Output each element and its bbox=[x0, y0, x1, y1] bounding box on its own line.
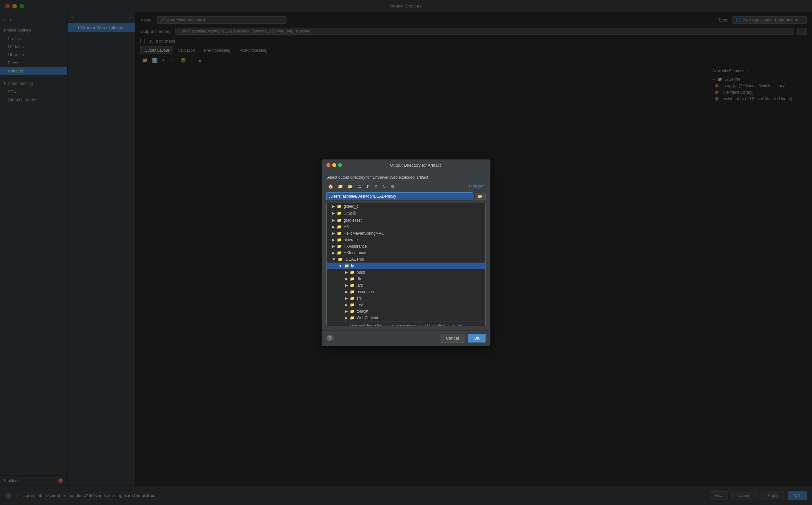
modal-ok-button[interactable]: OK bbox=[468, 334, 486, 343]
tree-arrow: ▶ bbox=[329, 250, 335, 255]
modal-titlebar: Output Directory for Artifact bbox=[322, 160, 490, 171]
tree-arrow: ▶ bbox=[329, 283, 348, 288]
tree-label: HkAssurance bbox=[344, 244, 367, 248]
folder-icon: 📁 bbox=[337, 231, 342, 235]
folder-icon: 📁 bbox=[338, 257, 343, 262]
folder-icon: 📁 bbox=[350, 309, 355, 314]
tree-arrow: ▼ bbox=[329, 264, 342, 268]
tree-arrow: ▶ bbox=[329, 309, 348, 314]
modal-path-row: 📂 bbox=[326, 192, 486, 200]
folder-icon: 📁 bbox=[337, 204, 342, 209]
tree-item-h5[interactable]: ▶ 📁 H5 bbox=[327, 223, 485, 230]
modal-maximize-button[interactable] bbox=[338, 163, 342, 167]
tree-label: ly bbox=[351, 264, 354, 268]
tree-label: resources bbox=[357, 290, 374, 294]
modal-tree[interactable]: ▶ 📁 giteed_c ▶ 📁 Git速查 ▶ 📁 gradleTest ▶ … bbox=[326, 203, 486, 326]
tree-item-ly[interactable]: ▼ 📁 ly bbox=[327, 263, 485, 269]
tree-arrow: ▶ bbox=[329, 296, 348, 301]
tree-item-hkinsurance[interactable]: ▶ 📁 HKInsurance bbox=[327, 249, 485, 256]
tree-label: jars bbox=[357, 283, 363, 288]
tree-label: HKInsurance bbox=[344, 250, 366, 255]
modal-delete-btn[interactable]: ✕ bbox=[372, 183, 379, 190]
tree-label: db bbox=[357, 277, 361, 281]
modal-minimize-button[interactable] bbox=[332, 163, 336, 167]
tree-arrow: ▶ bbox=[329, 316, 348, 320]
tree-arrow: ▶ bbox=[329, 224, 335, 229]
modal-refresh-btn[interactable]: ↻ bbox=[381, 183, 387, 190]
folder-icon: 📁 bbox=[350, 303, 355, 307]
tree-arrow: ▼ bbox=[329, 257, 336, 262]
modal-subtitle: Select output directory for 'LYServer:We… bbox=[326, 175, 486, 180]
tree-item-resources[interactable]: ▶ 📁 resources bbox=[327, 289, 485, 295]
folder-icon: 📁 bbox=[350, 283, 355, 288]
tree-label: H5 bbox=[344, 224, 348, 229]
modal-overlay: Output Directory for Artifact Select out… bbox=[0, 0, 812, 505]
tree-label: src bbox=[357, 296, 362, 301]
modal-new-folder-btn[interactable]: 🗂 bbox=[356, 183, 363, 190]
folder-icon: 📁 bbox=[337, 224, 342, 229]
tree-arrow: ▶ bbox=[329, 244, 335, 248]
tree-label: test bbox=[357, 303, 363, 307]
folder-icon: 📁 bbox=[337, 218, 342, 222]
tree-arrow: ▶ bbox=[329, 231, 335, 235]
tree-label: IDEADemo bbox=[345, 257, 364, 262]
folder-icon: 📁 bbox=[344, 264, 349, 268]
modal-path-browse-btn[interactable]: 📂 bbox=[475, 193, 486, 200]
tree-arrow: ▶ bbox=[329, 211, 335, 215]
modal-close-button[interactable] bbox=[326, 163, 330, 167]
tree-arrow: ▶ bbox=[329, 218, 335, 222]
folder-icon: 📁 bbox=[337, 244, 342, 248]
tree-item-ideademo[interactable]: ▼ 📁 IDEADemo bbox=[327, 256, 485, 263]
tree-arrow: ▶ bbox=[329, 204, 335, 209]
tree-item-test[interactable]: ▶ 📁 test bbox=[327, 302, 485, 308]
tree-item-giteed[interactable]: ▶ 📁 giteed_c bbox=[327, 203, 485, 210]
modal-arrow-up-btn[interactable]: ⬆ bbox=[364, 183, 371, 190]
modal-window-controls bbox=[326, 163, 342, 167]
tree-label: gradleTest bbox=[344, 218, 361, 222]
modal-body: Select output directory for 'LYServer:We… bbox=[322, 171, 490, 330]
tree-item-db[interactable]: ▶ 📁 db bbox=[327, 276, 485, 282]
tree-label: tomcat bbox=[357, 309, 368, 314]
modal-open-folder-btn[interactable]: 📂 bbox=[346, 183, 354, 190]
modal-cancel-button[interactable]: Cancel bbox=[440, 334, 465, 343]
tree-label: Git速查 bbox=[344, 210, 356, 216]
drag-hint: Drag and drop a file into the space abov… bbox=[327, 321, 485, 326]
tree-label: hiberate bbox=[344, 237, 357, 242]
tree-item-webcontent[interactable]: ▶ 📁 WebContent bbox=[327, 315, 485, 321]
tree-item-git[interactable]: ▶ 📁 Git速查 bbox=[327, 210, 485, 217]
modal-home-btn[interactable]: 🏠 bbox=[326, 183, 335, 190]
modal-title: Output Directory for Artifact bbox=[345, 163, 486, 168]
modal-footer-actions: Cancel OK bbox=[440, 334, 486, 343]
tree-item-jars[interactable]: ▶ 📁 jars bbox=[327, 282, 485, 289]
tree-arrow: ▶ bbox=[329, 290, 348, 294]
tree-item-tomcat[interactable]: ▶ 📁 tomcat bbox=[327, 308, 485, 315]
tree-item-hellomaven[interactable]: ▶ 📁 HelloMavenSpringMVC bbox=[327, 230, 485, 236]
tree-arrow: ▶ bbox=[329, 270, 348, 275]
tree-label: giteed_c bbox=[344, 204, 358, 209]
folder-icon: 📁 bbox=[350, 277, 355, 281]
tree-item-hkassurance[interactable]: ▶ 📁 HkAssurance bbox=[327, 243, 485, 249]
tree-arrow: ▶ bbox=[329, 237, 335, 242]
folder-icon: 📁 bbox=[350, 316, 355, 320]
modal-dialog: Output Directory for Artifact Select out… bbox=[321, 159, 491, 346]
folder-icon: 📁 bbox=[350, 270, 355, 275]
tree-arrow: ▶ bbox=[329, 277, 348, 281]
tree-label: build bbox=[357, 270, 365, 275]
folder-icon: 📁 bbox=[350, 296, 355, 301]
folder-icon: 📁 bbox=[337, 237, 342, 242]
folder-icon: 📁 bbox=[337, 211, 342, 215]
tree-item-src[interactable]: ▶ 📁 src bbox=[327, 295, 485, 302]
tree-item-build[interactable]: ▶ 📁 build bbox=[327, 269, 485, 276]
tree-item-gradletest[interactable]: ▶ 📁 gradleTest bbox=[327, 217, 485, 223]
modal-toolbar: 🏠 📁 📂 🗂 ⬆ ✕ ↻ ⊞ Hide path bbox=[326, 183, 486, 190]
hide-path-button[interactable]: Hide path bbox=[469, 184, 486, 188]
modal-grid-btn[interactable]: ⊞ bbox=[389, 183, 395, 190]
tree-item-hiberate[interactable]: ▶ 📁 hiberate bbox=[327, 236, 485, 243]
folder-icon: 📁 bbox=[350, 290, 355, 294]
tree-label: HelloMavenSpringMVC bbox=[344, 231, 384, 235]
modal-help-button[interactable]: ? bbox=[326, 335, 333, 341]
modal-folder-btn[interactable]: 📁 bbox=[336, 183, 345, 190]
modal-path-input[interactable] bbox=[326, 192, 473, 200]
modal-footer: ? Cancel OK bbox=[322, 330, 490, 346]
tree-label: WebContent bbox=[357, 316, 378, 320]
